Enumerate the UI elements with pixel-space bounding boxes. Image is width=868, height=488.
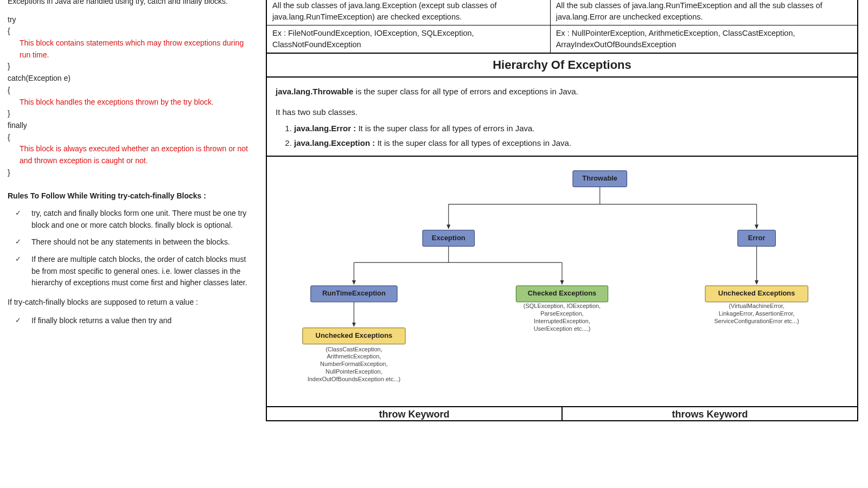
subclasses-line: It has two sub classes. (276, 106, 848, 119)
error-rest: It is the super class for all types of e… (356, 124, 534, 133)
node-error: Error (738, 230, 776, 246)
node-runtime: RunTimeException (311, 286, 397, 302)
svg-text:InterruptedException,: InterruptedException, (534, 318, 590, 324)
left-column: Exceptions in Java are handled using try… (8, 0, 258, 488)
try-comment: This block contains statements which may… (8, 37, 255, 61)
brace: } (8, 61, 255, 73)
svg-text:Checked Exceptions: Checked Exceptions (528, 289, 597, 297)
throws-keyword-heading: throws Keyword (563, 407, 857, 420)
finally-keyword: finally (8, 120, 255, 132)
try-keyword: try (8, 14, 255, 26)
svg-text:ArithmeticException,: ArithmeticException, (327, 354, 381, 360)
svg-text:(ClassCastException,: (ClassCastException, (326, 346, 382, 352)
hierarchy-diagram: Throwable Exception Error (266, 157, 858, 407)
finally-comment: This block is always executed whether an… (8, 143, 255, 166)
svg-text:ServiceConfigurationError etc.: ServiceConfigurationError etc...) (714, 318, 799, 324)
svg-text:UserException etc....): UserException etc....) (534, 325, 591, 332)
svg-text:NullPointerException,: NullPointerException, (326, 368, 382, 375)
node-exception: Exception (423, 230, 475, 246)
hierarchy-title: Hierarchy Of Exceptions (266, 54, 858, 78)
keywords-row: throw Keyword throws Keyword (266, 407, 858, 421)
try-catch-code: try { This block contains statements whi… (8, 14, 255, 179)
rules-heading: Rules To Follow While Writing try-catch-… (8, 190, 255, 202)
rules-list: try, catch and finally blocks form one u… (13, 208, 255, 289)
svg-text:RunTimeException: RunTimeException (322, 289, 386, 297)
table-cell: All the sub classes of java.lang.RunTime… (550, 0, 858, 25)
brace: { (8, 132, 255, 144)
exception-bold: java.lang.Exception : (294, 138, 375, 147)
svg-text:NumberFormatException,: NumberFormatException, (320, 361, 388, 367)
rule-item: If there are multiple catch blocks, the … (13, 254, 255, 289)
svg-text:(VirtualMachineError,: (VirtualMachineError, (729, 303, 784, 309)
brace: { (8, 25, 255, 37)
brace: } (8, 167, 255, 179)
svg-text:ParseException,: ParseException, (540, 310, 584, 317)
svg-text:IndexOutOfBoundsException etc.: IndexOutOfBoundsException etc...) (308, 376, 400, 382)
ann-unchecked-error: (VirtualMachineError, LinkageError, Asse… (714, 303, 799, 324)
svg-text:Unchecked Exceptions: Unchecked Exceptions (316, 331, 393, 339)
right-column: All the sub classes of java.lang.Excepti… (266, 0, 858, 488)
throw-keyword-heading: throw Keyword (267, 407, 563, 420)
rule-item: try, catch and finally blocks form one u… (13, 208, 255, 231)
node-unchecked-error: Unchecked Exceptions (705, 286, 808, 302)
hierarchy-svg: Throwable Exception Error (270, 164, 854, 401)
brace: { (8, 85, 255, 97)
rule-item: If finally block returns a value then tr… (13, 315, 255, 327)
catch-keyword: catch(Exception e) (8, 73, 255, 85)
intro-text: Exceptions in Java are handled using try… (8, 0, 255, 8)
svg-text:Throwable: Throwable (582, 174, 617, 182)
ann-unchecked-runtime: (ClassCastException, ArithmeticException… (308, 346, 400, 383)
exception-types-table: All the sub classes of java.lang.Excepti… (266, 0, 858, 54)
svg-text:(SQLException, IOException,: (SQLException, IOException, (524, 303, 601, 309)
node-throwable: Throwable (573, 171, 627, 187)
node-checked: Checked Exceptions (516, 286, 608, 302)
exception-rest: It is the super class for all types of e… (375, 138, 571, 147)
error-bold: java.lang.Error : (294, 124, 356, 133)
table-cell: Ex : FileNotFoundException, IOException,… (266, 25, 550, 54)
svg-text:LinkageError, AssertionError,: LinkageError, AssertionError, (719, 310, 795, 317)
catch-comment: This block handles the exceptions thrown… (8, 97, 255, 108)
svg-text:Exception: Exception (432, 234, 465, 242)
svg-text:Unchecked Exceptions: Unchecked Exceptions (718, 289, 795, 297)
node-unchecked-runtime: Unchecked Exceptions (303, 328, 405, 344)
return-intro: If try-catch-finally blocks are supposed… (8, 297, 255, 309)
return-rules-list: If finally block returns a value then tr… (13, 315, 255, 327)
throwable-bold: java.lang.Throwable (276, 87, 353, 96)
throwable-rest: is the super class for all type of error… (353, 87, 578, 96)
table-cell: All the sub classes of java.lang.Excepti… (266, 0, 550, 25)
rule-item: There should not be any statements in be… (13, 236, 255, 248)
brace: } (8, 108, 255, 120)
svg-text:Error: Error (748, 234, 765, 242)
table-cell: Ex : NullPointerException, ArithmeticExc… (550, 25, 858, 54)
document-page: Exceptions in Java are handled using try… (0, 0, 868, 488)
hierarchy-text: java.lang.Throwable is the super class f… (266, 78, 858, 157)
ann-checked: (SQLException, IOException, ParseExcepti… (524, 303, 601, 332)
